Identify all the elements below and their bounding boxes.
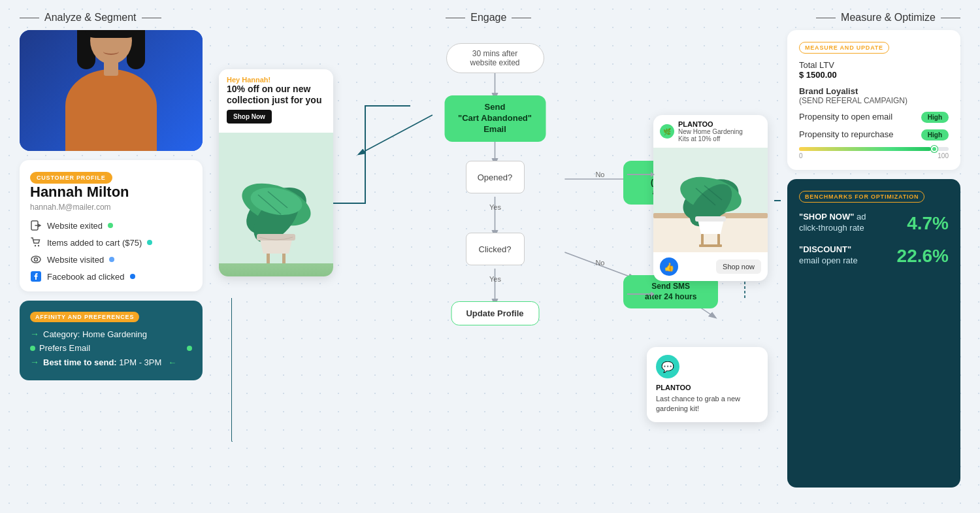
right-connector-line: [774, 200, 781, 201]
metrics-card: MEASURE AND UPDATE Total LTV $ 1500.00 B…: [787, 30, 960, 170]
sms-message-text: Last chance to grab a new gardening kit!: [656, 394, 759, 414]
ltv-label: Total LTV: [799, 60, 837, 70]
bench-shop-now-value: 4.7%: [907, 213, 949, 234]
progress-bar-fill: [799, 147, 931, 151]
fb-card-footer: 👍 Shop now: [653, 252, 768, 281]
loyalist-row: Brand Loyalist (SEND REFERAL CAMPAIGN): [799, 86, 949, 105]
propensity-email-badge: High: [921, 112, 949, 123]
affinity-email-pref: Prefers Email: [30, 343, 192, 353]
left-column: CUSTOMER PROFILE Hannah Milton hannah.M@…: [20, 30, 209, 488]
affinity-category: → Category: Home Gardening: [30, 329, 192, 339]
propensity-repurchase-badge: High: [921, 129, 949, 141]
svg-line-12: [359, 115, 433, 154]
fb-brand-name: PLANTOO: [678, 120, 743, 128]
email-plant-image: [219, 133, 333, 276]
flow-diamond-clicked: Clicked?: [466, 233, 525, 265]
fb-like-icon[interactable]: 👍: [660, 257, 678, 276]
affinity-best-time: → Best time to send: 1PM - 3PM ←: [30, 357, 192, 367]
connector-email-left: [365, 105, 410, 107]
connector-sms: [627, 293, 653, 295]
section-analyze: Analyze & Segment: [20, 12, 161, 24]
profile-photo-card: [20, 30, 203, 151]
event-website-visited: Website visited: [30, 254, 192, 265]
svg-point-2: [38, 245, 39, 246]
affinity-card: AFFINITY AND PREFERENCES → Category: Hom…: [20, 301, 203, 380]
event-dot-fb: [130, 274, 135, 279]
loyalist-label: Brand Loyalist: [799, 86, 907, 96]
bench-shop-now-label: "SHOP NOW" ad click-through rate: [799, 212, 866, 234]
arrow-left-icon: →: [30, 357, 39, 367]
facebook-icon: [30, 271, 42, 282]
fb-shop-now-button[interactable]: Shop now: [716, 259, 761, 274]
arrow-right-icon: →: [30, 329, 39, 339]
exit-icon: [30, 220, 42, 231]
cart-icon: [30, 237, 42, 248]
customer-email: hannah.M@mailer.com: [30, 203, 192, 212]
propensity-repurchase-label: Propensity to repurchase: [799, 129, 894, 139]
fb-ad-mockup-card: 🌿 PLANTOO New Home Gardening Kits at 10%…: [653, 115, 768, 281]
bench-discount-value: 22.6%: [897, 246, 949, 267]
svg-point-1: [35, 245, 36, 246]
flow-node-cart-abandoned: Send "Cart Abandoned" Email: [444, 95, 546, 142]
sms-brand-name: PLANTOO: [656, 384, 759, 391]
bench-discount-row: "DISCOUNT" email open rate 22.6%: [799, 244, 949, 267]
progress-bar-track: [799, 147, 949, 151]
progress-labels: 0 100: [799, 152, 949, 159]
plantoo-logo: 🌿: [660, 124, 674, 139]
email-mockup-card: Hey Hannah! 10% off on our new collectio…: [219, 69, 333, 276]
profile-info-card: CUSTOMER PROFILE Hannah Milton hannah.M@…: [20, 160, 203, 291]
svg-point-4: [35, 258, 38, 261]
benchmarks-card: BENCHMARKS FOR OPTIMIZATION "SHOP NOW" a…: [787, 179, 960, 488]
flow-diamond-opened: Opened?: [466, 161, 525, 193]
connector-ad-fb: [627, 174, 653, 175]
flow-label-yes2: Yes: [489, 275, 501, 283]
section-measure: Measure & Optimize: [816, 12, 960, 24]
event-dot-blue: [109, 257, 114, 262]
ltv-row: Total LTV $ 1500.00: [799, 60, 949, 80]
flow-node-update-profile: Update Profile: [451, 301, 539, 325]
svg-rect-34: [695, 216, 726, 222]
svg-rect-25: [282, 254, 286, 263]
middle-column: 30 mins after website exited Send "Cart …: [209, 30, 781, 488]
email-headline: 10% off on our new collection just for y…: [227, 84, 325, 106]
arrowhead-ad-fb: [651, 172, 655, 177]
connector-email-bottom: [333, 203, 366, 204]
propensity-email-row: Propensity to open email High: [799, 112, 949, 123]
email-cta-button[interactable]: Shop Now: [227, 110, 272, 124]
affinity-dot: [30, 346, 35, 351]
email-greeting: Hey Hannah!: [227, 76, 325, 84]
event-dot-teal: [147, 240, 152, 245]
arrowhead-sms: [651, 291, 655, 297]
flow-label-no1: No: [595, 171, 604, 178]
svg-rect-37: [699, 244, 722, 247]
event-dot-green: [108, 223, 113, 228]
ltv-value: $ 1500.00: [799, 70, 837, 80]
propensity-repurchase-row: Propensity to repurchase High: [799, 129, 949, 141]
customer-name: Hannah Milton: [30, 184, 192, 201]
customer-profile-badge: CUSTOMER PROFILE: [30, 172, 112, 184]
svg-rect-24: [267, 254, 270, 263]
customer-events: Website exited Items added to cart: [30, 220, 192, 282]
bench-discount-label: "DISCOUNT" email open rate: [799, 244, 858, 267]
affinity-badge: AFFINITY AND PREFERENCES: [30, 312, 139, 322]
event-cart: Items added to cart ($75): [30, 237, 192, 248]
flow-label-yes1: Yes: [489, 203, 501, 211]
progress-indicator-dot: [931, 146, 938, 152]
section-engage: Engage: [446, 12, 531, 24]
connector-email-vert: [365, 105, 366, 203]
event-website-exited: Website exited: [30, 220, 192, 231]
measure-badge: MEASURE AND UPDATE: [799, 42, 889, 54]
svg-point-3: [31, 256, 41, 263]
fb-tagline: New Home Gardening Kits at 10% off: [678, 128, 743, 142]
sms-mockup-card: 💬 PLANTOO Last chance to grab a new gard…: [647, 347, 768, 422]
event-fb-clicked: Facebook ad clicked: [30, 271, 192, 282]
fb-plant-image: [653, 148, 768, 252]
flow-label-no2: No: [595, 259, 604, 267]
benchmarks-badge: BENCHMARKS FOR OPTIMIZATION: [799, 191, 924, 203]
propensity-email-label: Propensity to open email: [799, 112, 892, 122]
loyalist-sub: (SEND REFERAL CAMPAIGN): [799, 96, 907, 105]
sms-icon: 💬: [656, 355, 679, 378]
left-bracket: [231, 298, 233, 442]
flow-trigger-node: 30 mins after website exited: [446, 43, 544, 73]
affinity-dot-2: [187, 346, 192, 351]
